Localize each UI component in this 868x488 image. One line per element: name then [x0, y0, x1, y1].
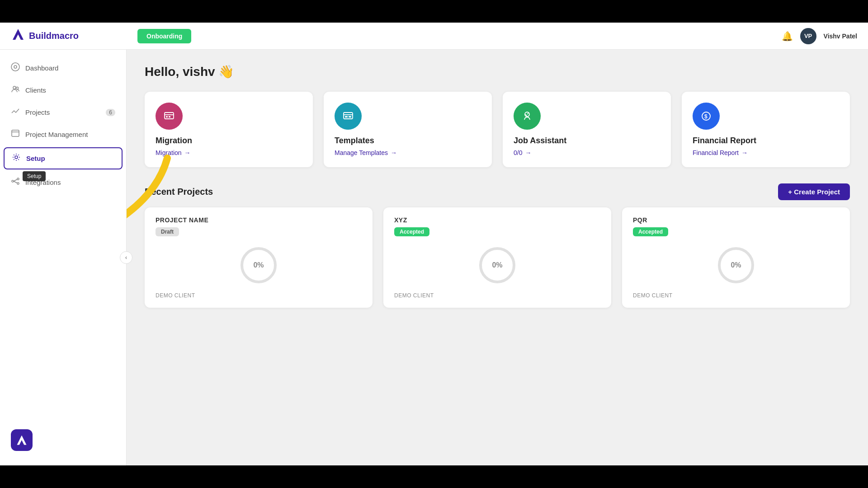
sidebar-bottom [0, 422, 126, 458]
project-card-0[interactable]: PROJECT NAME Draft 0% DEMO CLIENT [145, 207, 373, 308]
sidebar-item-project-management[interactable]: Project Management [0, 123, 126, 145]
svg-rect-16 [166, 116, 168, 117]
progress-circle-1: 0% [479, 247, 515, 283]
sidebar-label-dashboard: Dashboard [25, 64, 58, 72]
job-assistant-widget-title: Job Assistant [514, 136, 660, 145]
sidebar-label-projects: Projects [25, 108, 50, 116]
sidebar-item-setup[interactable]: Setup Setup [4, 147, 123, 169]
status-badge-2: Accepted [633, 227, 668, 236]
page-greeting: Hello, vishv 👋 [145, 64, 850, 79]
topbar-right: 🔔 VP Vishv Patel [782, 28, 857, 44]
main-layout: Dashboard Clients Projects 6 [0, 50, 868, 465]
svg-rect-18 [344, 113, 353, 119]
svg-rect-20 [345, 116, 348, 117]
sidebar-bottom-logo [11, 429, 33, 451]
logo-area: Buildmacro [11, 27, 137, 45]
sidebar-item-integrations[interactable]: Integrations [0, 171, 126, 193]
svg-text:$: $ [704, 113, 708, 120]
svg-line-24 [527, 113, 529, 114]
integrations-icon [11, 177, 20, 188]
sidebar-item-dashboard[interactable]: Dashboard [0, 57, 126, 79]
content-area: Hello, vishv 👋 Migration Migration → [127, 50, 868, 465]
widget-card-templates[interactable]: Templates Manage Templates → [324, 92, 492, 167]
svg-rect-5 [12, 130, 19, 136]
project-name-1: XYZ [394, 216, 600, 224]
financial-report-icon-circle: $ [693, 103, 720, 130]
progress-circle-0: 0% [241, 247, 277, 283]
logo-text: Buildmacro [29, 31, 79, 41]
widget-card-financial-report[interactable]: $ Financial Report Financial Report → [682, 92, 850, 167]
progress-circle-2: 0% [718, 247, 754, 283]
svg-rect-14 [165, 113, 174, 119]
migration-widget-title: Migration [156, 136, 302, 145]
project-name-0: PROJECT NAME [156, 216, 362, 224]
svg-point-9 [17, 178, 19, 180]
widget-row: Migration Migration → Templates Manage T… [145, 92, 850, 167]
sidebar-item-projects[interactable]: Projects 6 [0, 101, 126, 123]
templates-widget-link[interactable]: Manage Templates → [335, 149, 481, 156]
svg-point-7 [15, 156, 18, 159]
notification-icon[interactable]: 🔔 [782, 31, 793, 42]
topbar: Buildmacro Onboarding 🔔 VP Vishv Patel [0, 23, 868, 50]
setup-tooltip: Setup [23, 171, 46, 181]
section-header: Recent Projects + Create Project [145, 183, 850, 200]
templates-widget-title: Templates [335, 136, 481, 145]
sidebar-item-clients[interactable]: Clients [0, 79, 126, 101]
svg-line-12 [14, 181, 17, 183]
dashboard-icon [11, 62, 20, 74]
user-name: Vishv Patel [824, 33, 857, 40]
svg-marker-13 [17, 436, 27, 445]
svg-point-1 [11, 63, 19, 71]
create-project-button[interactable]: + Create Project [778, 183, 850, 200]
sidebar-label-project-management: Project Management [25, 131, 88, 138]
client-name-2: DEMO CLIENT [633, 292, 839, 299]
job-assistant-icon-circle [514, 103, 541, 130]
logo-icon [11, 27, 25, 45]
project-card-2[interactable]: PQR Accepted 0% DEMO CLIENT [622, 207, 850, 308]
project-name-2: PQR [633, 216, 839, 224]
svg-point-10 [17, 183, 19, 184]
svg-point-2 [14, 66, 17, 68]
templates-icon-circle [335, 103, 362, 130]
widget-card-migration[interactable]: Migration Migration → [145, 92, 313, 167]
svg-point-4 [16, 87, 19, 89]
svg-point-3 [13, 86, 16, 89]
status-badge-1: Accepted [394, 227, 429, 236]
status-badge-0: Draft [156, 227, 179, 236]
svg-rect-21 [349, 116, 351, 117]
svg-point-8 [12, 180, 14, 182]
projects-icon [11, 107, 20, 118]
client-name-0: DEMO CLIENT [156, 292, 362, 299]
migration-widget-link[interactable]: Migration → [156, 149, 302, 156]
svg-marker-0 [13, 29, 24, 40]
widget-card-job-assistant[interactable]: Job Assistant 0/0 → [503, 92, 671, 167]
project-card-1[interactable]: XYZ Accepted 0% DEMO CLIENT [383, 207, 611, 308]
avatar: VP [800, 28, 816, 44]
setup-icon [12, 153, 21, 164]
financial-report-widget-title: Financial Report [693, 136, 839, 145]
financial-report-widget-link[interactable]: Financial Report → [693, 149, 839, 156]
sidebar-label-clients: Clients [25, 86, 46, 94]
recent-projects-title: Recent Projects [145, 187, 213, 197]
svg-line-11 [14, 179, 17, 181]
clients-icon [11, 84, 20, 96]
client-name-1: DEMO CLIENT [394, 292, 600, 299]
migration-icon-circle [156, 103, 183, 130]
sidebar-collapse-button[interactable]: ‹ [120, 251, 132, 264]
chevron-left-icon: ‹ [125, 254, 127, 261]
projects-row: PROJECT NAME Draft 0% DEMO CLIENT XYZ Ac… [145, 207, 850, 308]
project-management-icon [11, 129, 20, 140]
projects-badge: 6 [106, 109, 115, 116]
sidebar-label-setup: Setup [26, 155, 45, 162]
job-assistant-widget-link[interactable]: 0/0 → [514, 149, 660, 156]
onboarding-button[interactable]: Onboarding [137, 29, 191, 43]
sidebar: Dashboard Clients Projects 6 [0, 50, 127, 465]
svg-rect-17 [169, 116, 170, 117]
